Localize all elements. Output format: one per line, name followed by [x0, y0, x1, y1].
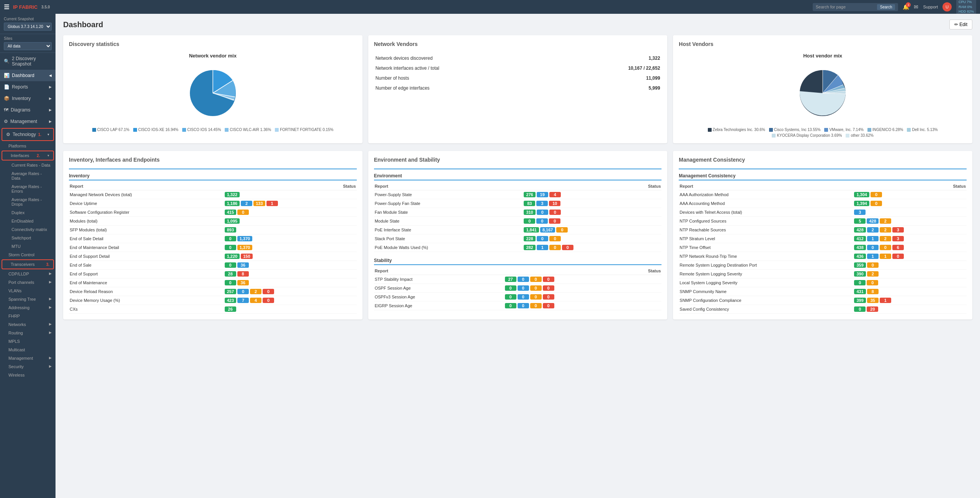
- sidebar-item-dashboard[interactable]: 📊 Dashboard ◀: [0, 70, 56, 81]
- legend-item: Dell Inc. 5.13%: [907, 128, 938, 132]
- sidebar-item-interfaces[interactable]: Interfaces 2. ▾: [2, 151, 54, 161]
- report-status: 31000: [523, 208, 662, 217]
- legend-dot: [867, 128, 871, 132]
- environment-sub-title: Environment: [374, 173, 662, 180]
- sidebar-item-avg-rates-drops[interactable]: Average Rates - Drops: [0, 195, 56, 208]
- snapshot-select[interactable]: Globus 3.7.3 14.1.2021, 06:00:00: [4, 23, 52, 31]
- sidebar-item-addressing[interactable]: Addressing▶: [0, 303, 56, 312]
- environment-table: Report Status Power-Supply State276194Po…: [374, 182, 662, 252]
- reports-icon: 📄: [4, 84, 10, 90]
- status-badge: 0: [263, 298, 274, 303]
- sidebar-item-transceivers[interactable]: Transceivers 3.: [2, 259, 54, 269]
- table-row: AAA Authorization Method1,3040: [679, 190, 967, 199]
- legend-dot: [708, 128, 712, 132]
- table-row: SFP Modules (total)893: [69, 226, 357, 234]
- sites-select[interactable]: All data: [4, 42, 52, 50]
- status-badge: 5: [854, 218, 866, 224]
- report-label: SNMP Configuration Compliance: [679, 296, 853, 305]
- table-row: SNMP Configuration Compliance399351: [679, 296, 967, 305]
- table-row: Device Uptime1,18621331: [69, 199, 357, 208]
- report-label: Managed Network Devices (total): [69, 190, 224, 199]
- report-status: 1,322: [224, 190, 357, 199]
- sidebar-item-storm-control[interactable]: Storm Control: [0, 251, 56, 259]
- status-cell: 1,220150: [225, 254, 356, 259]
- search-bar[interactable]: Search: [813, 3, 898, 11]
- sidebar-item-mpls[interactable]: MPLS: [0, 337, 56, 346]
- topbar-left: ☰ IP FABRIC 3.5.0: [4, 3, 50, 11]
- sidebar-item-port-channels[interactable]: Port channels▶: [0, 278, 56, 287]
- legend-label: FORTINET FORTIGATE 0.15%: [280, 128, 333, 132]
- discovery-icon: 🔍: [4, 59, 10, 64]
- sidebar-item-multicast[interactable]: Multicast: [0, 346, 56, 354]
- legend-dot: [225, 128, 229, 132]
- sidebar-item-vlans[interactable]: VLANs: [0, 287, 56, 295]
- sidebar-item-connectivity-matrix[interactable]: Connectivity matrix: [0, 225, 56, 234]
- edit-button[interactable]: ✏ Edit: [949, 20, 972, 29]
- status-cell: 31000: [524, 210, 661, 215]
- sidebar-item-errdisabled[interactable]: ErrDisabled: [0, 217, 56, 225]
- support-link[interactable]: Support: [923, 5, 938, 9]
- snapshot-label: Current Snapshot: [4, 17, 52, 21]
- discovery-stats-title: Discovery statistics: [69, 41, 357, 49]
- status-cell: 0000: [505, 303, 661, 308]
- sidebar-item-networks[interactable]: Networks▶: [0, 320, 56, 329]
- report-label: Device Memory Usage (%): [69, 296, 224, 305]
- sidebar-item-duplex[interactable]: Duplex: [0, 208, 56, 217]
- report-status: 276194: [523, 190, 662, 199]
- sidebar-item-current-rates-data[interactable]: Current Rates - Data: [0, 161, 56, 169]
- report-status: 4318: [853, 287, 967, 296]
- legend-item: Cisco Systems, Inc 13.55%: [769, 128, 821, 132]
- status-cell: 436110: [854, 254, 966, 259]
- status-cell: 257020: [225, 289, 356, 294]
- sidebar-item-diagrams[interactable]: 🗺 Diagrams ▶: [0, 104, 56, 116]
- sidebar-item-spanning-tree[interactable]: Spanning Tree▶: [0, 295, 56, 303]
- status-badge: 133: [253, 201, 265, 206]
- sidebar-item-technology[interactable]: ⚙ Technology 1. ▾: [2, 128, 54, 141]
- report-status: 0000: [504, 293, 662, 301]
- legend-label: Cisco Systems, Inc 13.55%: [774, 128, 821, 132]
- notifications-icon[interactable]: 🔔 1: [903, 4, 909, 10]
- sidebar-item-platforms[interactable]: Platforms: [0, 142, 56, 150]
- status-badge: 0: [536, 218, 548, 224]
- report-label: EIGRP Session Age: [374, 301, 504, 310]
- status-cell: 4150: [225, 210, 356, 215]
- report-status: 83310: [523, 199, 662, 208]
- sidebar-item-avg-rates-data[interactable]: Average Rates - Data: [0, 169, 56, 182]
- report-status: 1,220150: [224, 252, 357, 261]
- status-badge: 2: [867, 271, 879, 277]
- report-status: 0000: [504, 301, 662, 310]
- table-row: OSPFv3 Session Age0000: [374, 293, 662, 301]
- vendor-value: 10,167 / 22,652: [564, 64, 661, 73]
- sidebar-item-discovery[interactable]: 🔍 2 Discovery Snapshot: [0, 53, 56, 70]
- status-cell: 288: [225, 271, 356, 277]
- status-cell: 27000: [505, 277, 661, 282]
- mail-icon[interactable]: ✉: [914, 4, 918, 10]
- sidebar-item-wireless[interactable]: Wireless: [0, 371, 56, 379]
- table-row: Module State000: [374, 217, 662, 226]
- status-badge: 3: [854, 210, 866, 215]
- sidebar-item-avg-rates-errors[interactable]: Average Rates - Errors: [0, 182, 56, 195]
- sidebar-item-switchport[interactable]: Switchport: [0, 234, 56, 242]
- sidebar-item-fhrp[interactable]: FHRP: [0, 312, 56, 320]
- legend-dot: [769, 128, 773, 132]
- sidebar-item-inventory[interactable]: 📦 Inventory ▶: [0, 93, 56, 104]
- status-badge: 1: [266, 201, 278, 206]
- hdd-stat: HDD 82%: [959, 9, 974, 14]
- sidebar-item-routing[interactable]: Routing▶: [0, 329, 56, 337]
- table-row: Software Configuration Register4150: [69, 208, 357, 217]
- sidebar-item-security[interactable]: Security▶: [0, 362, 56, 371]
- status-cell: 0000: [505, 294, 661, 300]
- menu-toggle[interactable]: ☰: [4, 3, 9, 11]
- legend-label: CISCO IOS-XE 16.94%: [138, 128, 178, 132]
- search-button[interactable]: Search: [877, 4, 895, 10]
- legend-item: KYOCERA Display Corporation 3.69%: [772, 133, 842, 138]
- report-label: Modules (total): [69, 217, 224, 226]
- sidebar-item-management2[interactable]: Management▶: [0, 354, 56, 362]
- sidebar-item-reports[interactable]: 📄 Reports ▶: [0, 81, 56, 93]
- sidebar-item-mtu[interactable]: MTU: [0, 242, 56, 251]
- sidebar-item-management[interactable]: ⚙ Management ▶: [0, 116, 56, 127]
- user-avatar[interactable]: U: [942, 2, 952, 11]
- report-status: 428223: [853, 226, 967, 234]
- sidebar-item-cdp-lldp[interactable]: CDP/LLDP▶: [0, 270, 56, 278]
- search-input[interactable]: [816, 5, 877, 9]
